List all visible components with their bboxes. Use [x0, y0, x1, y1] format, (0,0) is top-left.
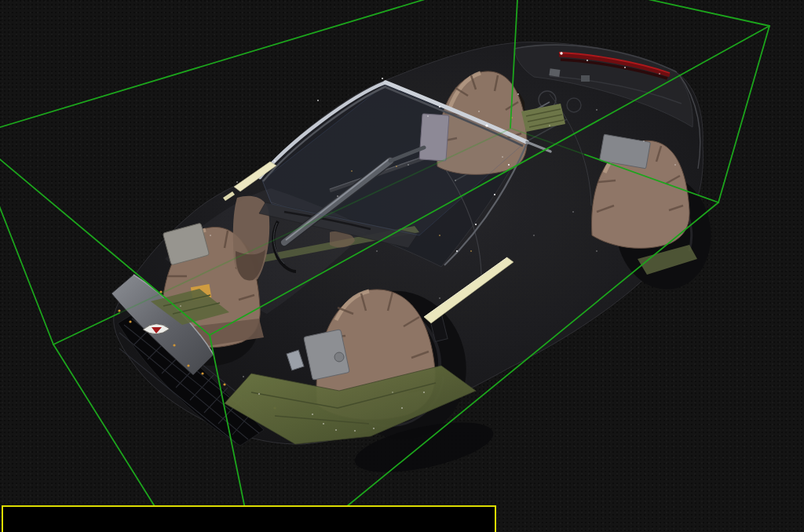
status-bar: Camera: pos -2.94 3.38 -0.28, dir 0.58 -… — [2, 505, 496, 532]
box-edge-bottom-back-left — [53, 313, 119, 344]
render-window: Camera: pos -2.94 3.38 -0.28, dir 0.58 -… — [0, 0, 804, 532]
box-edge-vertical-right — [718, 26, 769, 202]
viewport-canvas[interactable] — [0, 0, 804, 532]
box-edge-top-back-right — [519, 0, 769, 26]
car-model — [111, 42, 720, 483]
viewport[interactable] — [0, 0, 804, 532]
